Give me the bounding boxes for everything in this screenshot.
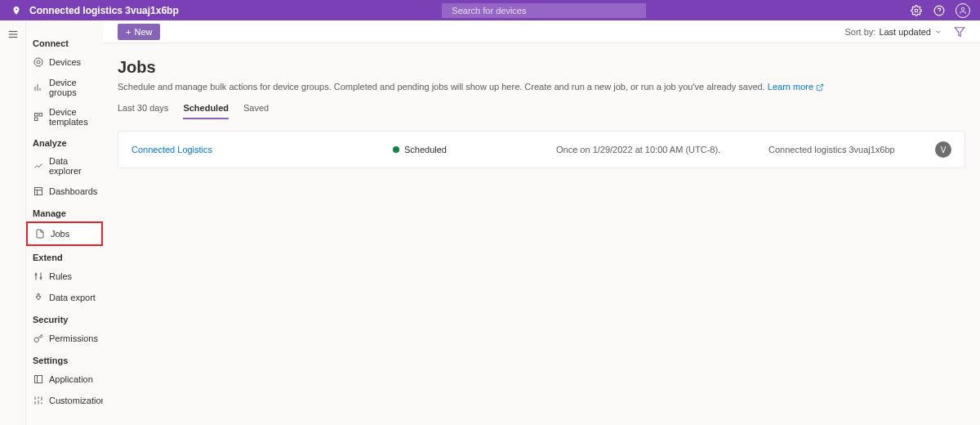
sidebar-item-label: Jobs bbox=[51, 229, 69, 239]
sidebar-item-customization[interactable]: Customization bbox=[26, 390, 103, 411]
sidebar-item-label: Permissions bbox=[49, 333, 98, 343]
app-title: Connected logistics 3vuaj1x6bp bbox=[29, 5, 179, 16]
svg-line-29 bbox=[819, 84, 823, 88]
sidebar-section-label: Manage bbox=[26, 205, 103, 221]
search-input[interactable] bbox=[442, 3, 646, 18]
tab-last-30-days[interactable]: Last 30 days bbox=[118, 103, 168, 119]
sidebar-item-device-templates[interactable]: Device templates bbox=[26, 102, 103, 132]
svg-rect-14 bbox=[35, 118, 38, 121]
sidebar-section-label: Settings bbox=[26, 352, 103, 369]
sidebar-item-label: Application bbox=[49, 374, 93, 384]
sidebar-section-label: Connect bbox=[26, 35, 103, 51]
sidebar-item-dashboards[interactable]: Dashboards bbox=[26, 181, 103, 202]
sidebar-item-devices-icon bbox=[33, 56, 44, 68]
job-target: Connected logistics 3vuaj1x6bp bbox=[768, 145, 935, 154]
sidebar-item-label: Dashboards bbox=[49, 186, 97, 196]
sidebar-item-permissions-icon bbox=[33, 333, 44, 344]
tab-scheduled[interactable]: Scheduled bbox=[183, 103, 229, 119]
svg-rect-12 bbox=[35, 114, 38, 117]
svg-rect-13 bbox=[39, 114, 42, 117]
sidebar-item-label: Data export bbox=[49, 293, 96, 302]
app-header: Connected logistics 3vuaj1x6bp bbox=[0, 0, 980, 20]
status-dot-icon bbox=[393, 146, 399, 153]
hamburger-icon[interactable] bbox=[7, 29, 19, 425]
learn-more-link[interactable]: Learn more bbox=[768, 82, 824, 92]
sidebar-item-data-explorer-icon bbox=[33, 160, 44, 172]
external-link-icon bbox=[816, 83, 824, 92]
settings-icon[interactable] bbox=[910, 4, 923, 17]
sidebar-item-label: Customization bbox=[49, 396, 103, 405]
chevron-down-icon bbox=[934, 28, 942, 36]
sidebar-item-label: Device templates bbox=[49, 107, 96, 127]
job-name-link[interactable]: Connected Logistics bbox=[131, 145, 393, 154]
sidebar-item-jobs[interactable]: Jobs bbox=[26, 221, 103, 246]
sidebar-section-label: Extend bbox=[26, 249, 103, 266]
sidebar: ConnectDevicesDevice groupsDevice templa… bbox=[26, 20, 103, 425]
filter-icon[interactable] bbox=[954, 26, 965, 38]
sidebar-item-data-explorer[interactable]: Data explorer bbox=[26, 151, 103, 181]
job-avatar: V bbox=[935, 141, 951, 158]
sidebar-item-data-export-icon bbox=[33, 292, 44, 303]
toolbar: + New Sort by: Last updated bbox=[103, 20, 980, 43]
page-description: Schedule and manage bulk actions for dev… bbox=[118, 82, 965, 92]
sidebar-item-rules[interactable]: Rules bbox=[26, 266, 103, 287]
sidebar-section-label: Security bbox=[26, 311, 103, 328]
sidebar-item-application[interactable]: Application bbox=[26, 369, 103, 390]
sidebar-item-device-groups-icon bbox=[33, 82, 44, 93]
svg-point-3 bbox=[961, 7, 964, 10]
svg-marker-28 bbox=[955, 27, 964, 36]
svg-point-0 bbox=[915, 9, 918, 12]
job-status: Scheduled bbox=[393, 145, 556, 154]
svg-point-8 bbox=[37, 60, 40, 64]
job-row[interactable]: Connected LogisticsScheduledOnce on 1/29… bbox=[118, 131, 965, 168]
sidebar-item-permissions[interactable]: Permissions bbox=[26, 328, 103, 349]
user-avatar[interactable] bbox=[956, 3, 970, 18]
sidebar-item-rules-icon bbox=[33, 271, 44, 282]
tabs: Last 30 daysScheduledSaved bbox=[118, 103, 965, 119]
sidebar-item-data-export[interactable]: Data export bbox=[26, 287, 103, 308]
sidebar-item-devices[interactable]: Devices bbox=[26, 51, 103, 73]
sidebar-item-device-groups[interactable]: Device groups bbox=[26, 73, 103, 102]
svg-rect-20 bbox=[35, 376, 42, 383]
sidebar-item-label: Devices bbox=[49, 57, 81, 67]
help-icon[interactable] bbox=[933, 4, 946, 17]
sidebar-item-customization-icon bbox=[33, 395, 44, 406]
svg-point-7 bbox=[34, 58, 42, 66]
sidebar-section-label: Analyze bbox=[26, 135, 103, 151]
sidebar-item-device-templates-icon bbox=[33, 111, 44, 123]
plus-icon: + bbox=[126, 27, 131, 37]
sidebar-item-label: Data explorer bbox=[49, 156, 96, 176]
new-button[interactable]: + New bbox=[118, 24, 160, 40]
page-title: Jobs bbox=[118, 58, 965, 77]
sort-dropdown[interactable]: Last updated bbox=[879, 27, 942, 37]
sidebar-item-label: Device groups bbox=[49, 78, 96, 97]
svg-rect-15 bbox=[35, 188, 42, 195]
new-button-label: New bbox=[134, 27, 152, 37]
location-icon bbox=[10, 4, 23, 17]
sidebar-item-jobs-icon bbox=[34, 228, 46, 239]
sidebar-item-dashboards-icon bbox=[33, 186, 44, 197]
job-schedule: Once on 1/29/2022 at 10:00 AM (UTC-8). bbox=[556, 145, 768, 154]
sidebar-item-application-icon bbox=[33, 374, 44, 385]
sidebar-item-label: Rules bbox=[49, 271, 72, 281]
tab-saved[interactable]: Saved bbox=[243, 103, 269, 119]
sort-label: Sort by: bbox=[844, 27, 875, 37]
